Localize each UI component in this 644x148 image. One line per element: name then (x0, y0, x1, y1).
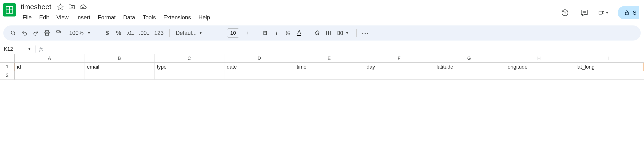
menu-insert[interactable]: Insert (73, 13, 94, 22)
menu-help[interactable]: Help (195, 13, 213, 22)
caret-down-icon: ▼ (198, 31, 204, 35)
cell-H1[interactable]: longitude (504, 63, 574, 71)
cloud-saved-icon[interactable] (80, 3, 86, 10)
col-header-E[interactable]: E (294, 54, 364, 63)
svg-rect-7 (625, 12, 628, 15)
decrease-decimal-button[interactable]: .0↩ (125, 28, 136, 38)
name-box-value: K12 (4, 46, 13, 52)
bold-button[interactable]: B (260, 28, 270, 38)
caret-down-icon: ▼ (344, 31, 350, 35)
merge-cells-button[interactable]: ▼ (335, 28, 352, 38)
undo-button[interactable] (20, 28, 29, 38)
col-header-I[interactable]: I (574, 54, 644, 63)
cell-E2[interactable] (294, 71, 364, 80)
paint-format-button[interactable] (54, 28, 63, 38)
sheets-logo[interactable] (3, 3, 16, 17)
zoom-value: 100% (67, 30, 85, 36)
cell-C2[interactable] (154, 71, 224, 80)
zoom-dropdown[interactable]: 100% ▼ (65, 28, 94, 38)
row-header-2[interactable]: 2 (0, 71, 14, 80)
divider (308, 29, 308, 37)
decrease-fontsize-button[interactable]: − (214, 28, 224, 38)
cell-B2[interactable] (84, 71, 154, 80)
share-label: S (633, 10, 636, 16)
svg-rect-6 (599, 11, 602, 14)
col-header-G[interactable]: G (434, 54, 504, 63)
menu-format[interactable]: Format (94, 13, 119, 22)
divider (98, 29, 98, 37)
svg-rect-10 (46, 31, 49, 32)
col-header-H[interactable]: H (504, 54, 574, 63)
meet-button[interactable]: ▼ (598, 8, 609, 18)
cell-F1[interactable]: day (364, 63, 434, 71)
increase-fontsize-button[interactable]: + (242, 28, 252, 38)
fontsize-input[interactable]: 10 (227, 29, 239, 38)
italic-button[interactable]: I (272, 28, 281, 38)
share-button[interactable]: S (618, 6, 639, 19)
menu-view[interactable]: View (53, 13, 72, 22)
history-icon[interactable] (560, 8, 570, 18)
col-header-C[interactable]: C (154, 54, 224, 63)
row-header-1[interactable]: 1 (0, 63, 14, 71)
toolbar: 100% ▼ $ % .0↩ .00↪ 123 Defaul... ▼ − 10… (3, 26, 641, 41)
divider (356, 29, 356, 37)
cell-A2[interactable] (14, 71, 84, 80)
caret-down-icon: ▼ (86, 31, 92, 35)
currency-button[interactable]: $ (102, 28, 112, 38)
formula-input[interactable] (47, 44, 644, 54)
fx-label: fx (36, 46, 47, 52)
cell-A1[interactable]: id (14, 63, 84, 71)
cell-F2[interactable] (364, 71, 434, 80)
svg-point-8 (11, 31, 14, 34)
divider (169, 29, 170, 37)
menu-file[interactable]: File (19, 13, 35, 22)
cell-D1[interactable]: date (224, 63, 294, 71)
cell-G1[interactable]: latitude (434, 63, 504, 71)
font-name: Defaul... (176, 30, 197, 36)
star-icon[interactable] (57, 3, 64, 10)
number-format-button[interactable]: 123 (153, 28, 165, 38)
percent-button[interactable]: % (114, 28, 123, 38)
divider (256, 29, 256, 37)
col-header-A[interactable]: A (14, 54, 84, 63)
cell-B1[interactable]: email (84, 63, 154, 71)
select-all-corner[interactable] (0, 54, 14, 63)
fill-color-button[interactable] (312, 28, 322, 38)
cell-D2[interactable] (224, 71, 294, 80)
caret-down-icon: ▼ (606, 11, 609, 15)
increase-decimal-button[interactable]: .00↪ (137, 28, 151, 38)
font-dropdown[interactable]: Defaul... ▼ (174, 28, 206, 38)
spreadsheet-grid[interactable]: A B C D E F G H I 1 id email type date t… (0, 54, 644, 80)
svg-marker-3 (58, 4, 64, 10)
col-header-D[interactable]: D (224, 54, 294, 63)
svg-rect-11 (46, 33, 49, 35)
borders-button[interactable] (324, 28, 333, 38)
cell-I1[interactable]: lat_long (574, 63, 644, 71)
col-header-B[interactable]: B (84, 54, 154, 63)
caret-down-icon: ▼ (26, 47, 32, 51)
svg-rect-16 (338, 31, 340, 35)
cell-G2[interactable] (434, 71, 504, 80)
cell-E1[interactable]: time (294, 63, 364, 71)
menu-tools[interactable]: Tools (139, 13, 159, 22)
cell-H2[interactable] (504, 71, 574, 80)
document-title[interactable]: timesheet (19, 2, 53, 11)
col-header-F[interactable]: F (364, 54, 434, 63)
redo-button[interactable] (31, 28, 40, 38)
search-icon[interactable] (8, 28, 18, 38)
divider (210, 29, 210, 37)
menu-data[interactable]: Data (120, 13, 138, 22)
svg-line-9 (14, 34, 15, 35)
comments-icon[interactable] (579, 8, 590, 18)
print-button[interactable] (42, 28, 52, 38)
text-color-button[interactable]: A (294, 28, 304, 38)
more-button[interactable]: ⋮ (361, 28, 370, 38)
menu-edit[interactable]: Edit (36, 13, 52, 22)
svg-rect-12 (56, 31, 60, 32)
move-folder-icon[interactable] (68, 3, 75, 10)
cell-I2[interactable] (574, 71, 644, 80)
cell-C1[interactable]: type (154, 63, 224, 71)
strikethrough-button[interactable]: S (283, 28, 292, 38)
menu-extensions[interactable]: Extensions (160, 13, 194, 22)
name-box[interactable]: K12 ▼ (0, 46, 35, 52)
